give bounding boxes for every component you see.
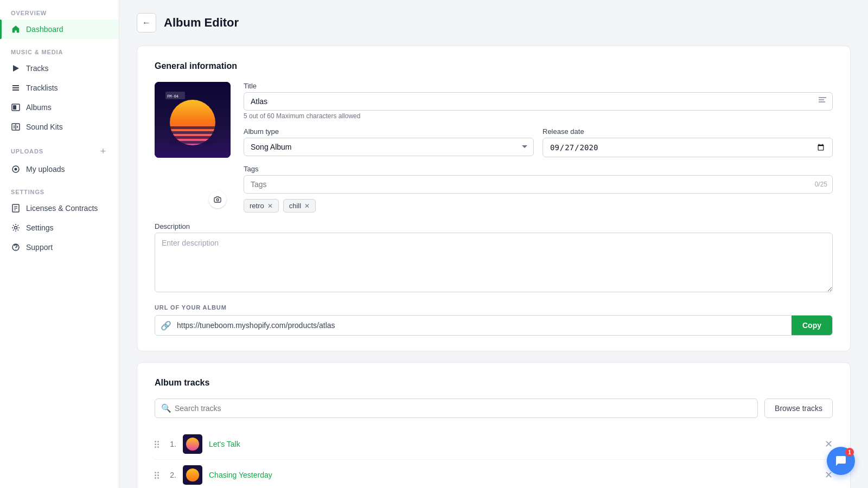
- sidebar-item-settings-label: Settings: [26, 223, 54, 232]
- sidebar-item-albums[interactable]: Albums: [0, 98, 119, 117]
- sidebar-item-sound-kits[interactable]: Sound Kits: [0, 117, 119, 137]
- sidebar-item-albums-label: Albums: [26, 103, 52, 112]
- gear-icon: [11, 223, 21, 233]
- track-name-2[interactable]: Chasing Yesterday: [209, 471, 818, 479]
- svg-point-11: [15, 168, 17, 171]
- album-type-label: Album type: [244, 127, 534, 136]
- url-section-label: URL OF YOUR ALBUM: [155, 304, 833, 311]
- sidebar-item-settings[interactable]: Settings: [0, 218, 119, 237]
- tags-label: Tags: [244, 165, 833, 173]
- licenses-icon: [11, 203, 21, 213]
- change-cover-button[interactable]: [209, 191, 226, 208]
- title-field-group: Title 5 out of 60 Maximum characters all…: [244, 82, 833, 120]
- search-icon: 🔍: [161, 403, 171, 413]
- sidebar: OVERVIEW Dashboard MUSIC & MEDIA Tracks …: [0, 0, 119, 488]
- sidebar-item-my-uploads[interactable]: My uploads: [0, 159, 119, 179]
- title-icon: [818, 95, 827, 107]
- album-cover: FM-04: [155, 82, 231, 158]
- url-row: 🔗 Copy: [155, 315, 833, 336]
- svg-rect-2: [12, 87, 19, 88]
- sidebar-item-tracklists-label: Tracklists: [26, 84, 58, 92]
- tag-chip-retro: retro ✕: [244, 199, 279, 213]
- tag-chip-chill: chill ✕: [283, 199, 316, 213]
- track-num-2: 2.: [165, 471, 176, 479]
- chat-badge: 1: [845, 448, 854, 457]
- sidebar-item-support-label: Support: [26, 243, 53, 252]
- sidebar-item-tracks-label: Tracks: [26, 64, 48, 73]
- album-cover-wrapper: FM-04: [155, 82, 231, 213]
- album-type-group: Album type Song Album EP Single Mixtape: [244, 127, 534, 157]
- track-name-1[interactable]: Let's Talk: [209, 440, 818, 448]
- sidebar-item-my-uploads-label: My uploads: [26, 165, 65, 174]
- tags-list: retro ✕ chill ✕: [244, 199, 833, 213]
- drag-handle-1[interactable]: [155, 441, 159, 448]
- tracks-search-input[interactable]: [155, 399, 758, 418]
- home-icon: [11, 24, 21, 34]
- svg-rect-1: [12, 85, 19, 86]
- general-info-layout: FM-04 Title: [155, 82, 833, 213]
- tags-field-group: Tags 0/25 retro ✕ chill ✕: [244, 165, 833, 213]
- sidebar-item-tracks[interactable]: Tracks: [0, 59, 119, 78]
- sidebar-item-licenses[interactable]: Licenses & Contracts: [0, 198, 119, 218]
- svg-rect-29: [819, 97, 826, 98]
- sidebar-item-sound-kits-label: Sound Kits: [26, 123, 63, 131]
- svg-rect-22: [170, 126, 215, 129]
- back-arrow-icon: ←: [142, 18, 151, 28]
- url-group: URL OF YOUR ALBUM 🔗 Copy: [155, 304, 833, 336]
- description-textarea[interactable]: [155, 233, 833, 292]
- tracks-search-row: 🔍 Browse tracks: [155, 399, 833, 418]
- release-date-label: Release date: [542, 127, 833, 136]
- title-label: Title: [244, 82, 833, 90]
- svg-point-28: [216, 199, 219, 201]
- overview-section-label: OVERVIEW: [0, 0, 119, 20]
- form-fields: Title 5 out of 60 Maximum characters all…: [244, 82, 833, 213]
- tag-label-retro: retro: [250, 202, 264, 210]
- uploads-icon: [11, 164, 21, 174]
- url-input[interactable]: [177, 316, 792, 335]
- support-icon: [11, 242, 21, 252]
- play-icon: [11, 63, 21, 73]
- svg-rect-23: [170, 131, 215, 134]
- tag-remove-retro[interactable]: ✕: [267, 203, 273, 209]
- list-icon: [11, 83, 21, 93]
- copy-button[interactable]: Copy: [792, 316, 832, 335]
- sidebar-item-licenses-label: Licenses & Contracts: [26, 204, 98, 213]
- track-remove-1[interactable]: ✕: [825, 439, 833, 449]
- sidebar-item-support[interactable]: Support: [0, 237, 119, 257]
- track-thumb-1: [183, 434, 202, 454]
- release-date-input[interactable]: [542, 138, 833, 157]
- sidebar-item-tracklists[interactable]: Tracklists: [0, 78, 119, 98]
- album-icon: [11, 102, 21, 112]
- description-label: Description: [155, 222, 833, 230]
- drag-handle-2[interactable]: [155, 472, 159, 479]
- sidebar-item-dashboard-label: Dashboard: [26, 25, 63, 34]
- add-upload-button[interactable]: +: [98, 146, 108, 156]
- album-type-select[interactable]: Song Album EP Single Mixtape: [244, 138, 534, 156]
- title-input-wrapper: [244, 92, 833, 111]
- chat-bubble[interactable]: 1: [827, 447, 855, 475]
- back-button[interactable]: ←: [137, 13, 156, 33]
- svg-text:FM-04: FM-04: [167, 94, 178, 99]
- tags-input-wrapper: 0/25: [244, 175, 833, 194]
- tag-label-chill: chill: [289, 202, 301, 210]
- title-input[interactable]: [244, 92, 833, 111]
- tags-input[interactable]: [244, 175, 833, 194]
- music-media-section-label: MUSIC & MEDIA: [0, 39, 119, 59]
- svg-point-33: [186, 438, 199, 451]
- svg-rect-5: [13, 105, 16, 110]
- svg-rect-24: [170, 136, 215, 139]
- svg-rect-31: [819, 101, 825, 102]
- album-tracks-card: Album tracks 🔍 Browse tracks 1. Let's Ta…: [137, 362, 851, 488]
- track-num-1: 1.: [165, 440, 176, 448]
- search-wrapper: 🔍: [155, 399, 758, 418]
- tag-remove-chill[interactable]: ✕: [304, 203, 310, 209]
- browse-tracks-button[interactable]: Browse tracks: [764, 399, 833, 418]
- svg-rect-25: [170, 141, 215, 144]
- general-info-card: General information: [137, 46, 851, 351]
- description-group: Description: [155, 222, 833, 294]
- release-date-group: Release date: [542, 127, 833, 157]
- svg-point-18: [15, 249, 16, 249]
- svg-marker-0: [13, 65, 19, 72]
- sidebar-item-dashboard[interactable]: Dashboard: [0, 20, 119, 39]
- main-content: ← Album Editor General information: [119, 0, 868, 488]
